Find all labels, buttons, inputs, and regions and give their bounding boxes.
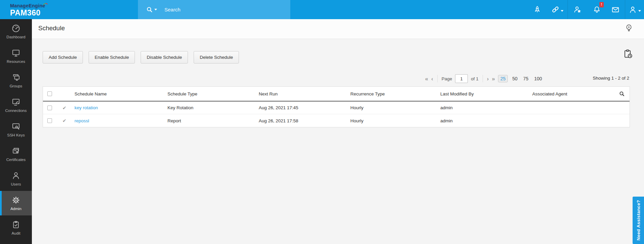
notification-badge: ! (599, 2, 604, 7)
need-assistance-label: Need Assistance? (636, 200, 641, 241)
rocket-icon[interactable] (528, 0, 547, 19)
enabled-check-icon: ✔ (58, 105, 73, 111)
monitor-icon (11, 48, 20, 57)
next-run-cell: Aug 26, 2021 17:45 (257, 105, 349, 110)
sidebar-item-label: Groups (10, 84, 22, 88)
sidebar-item-label: Users (11, 182, 21, 186)
pager-separator (437, 75, 438, 82)
next-page-button[interactable]: › (487, 76, 489, 82)
prev-page-button[interactable]: ‹ (431, 76, 433, 82)
page-number-input[interactable] (455, 74, 468, 83)
gauge-icon (11, 24, 20, 33)
recurrence-type-cell: Hourly (349, 105, 439, 110)
disable-schedule-button[interactable]: Disable Schedule (141, 51, 188, 64)
sidebar-item-label: Certificates (6, 158, 26, 162)
search-caret-icon (154, 9, 157, 10)
sidebar-item-label: Dashboard (6, 35, 25, 39)
schedule-name-link[interactable]: key rotation (75, 105, 98, 110)
sidebar-item-label: Admin (10, 207, 21, 211)
table-search-icon[interactable] (619, 91, 630, 97)
topbar-actions: ! (528, 0, 644, 19)
sidebar-item-label: Connections (5, 109, 27, 113)
pagination-row: « ‹ Page of 1 › » 25 50 75 100 Showing 1… (43, 74, 630, 84)
monitors-icon (11, 73, 20, 82)
user-star-icon[interactable] (568, 0, 587, 19)
page-label: Page (442, 76, 452, 81)
topbar: ManageEngine PAM360 (0, 0, 644, 19)
page-size-50[interactable]: 50 (511, 75, 519, 82)
page-of-label: of 1 (471, 76, 479, 81)
sidebar-item-label: SSH Keys (7, 133, 24, 137)
link-caret-icon (561, 10, 563, 12)
help-bulb-icon[interactable] (625, 24, 633, 34)
certificate-cards-icon (11, 147, 20, 156)
search-input[interactable] (164, 7, 275, 12)
sidebar-item-groups[interactable]: Groups (0, 68, 32, 93)
table-header-row: Schedule Name Schedule Type Next Run Rec… (43, 87, 630, 101)
column-schedule-type: Schedule Type (166, 91, 257, 96)
last-modified-by-cell: admin (439, 105, 531, 110)
row-checkbox[interactable] (47, 106, 52, 110)
next-run-cell: Aug 26, 2021 17:58 (257, 118, 349, 123)
showing-count: Showing 1 - 2 of 2 (593, 76, 629, 81)
column-recurrence-type: Recurrence Type (349, 91, 439, 96)
sidebar-nav: Dashboard Resources Groups Connections (0, 19, 32, 244)
first-page-button[interactable]: « (425, 76, 428, 82)
brand-swoosh-icon (43, 1, 48, 7)
add-schedule-button[interactable]: Add Schedule (43, 51, 83, 64)
recurrence-type-cell: Hourly (349, 118, 439, 123)
column-schedule-name: Schedule Name (73, 91, 166, 96)
schedule-table: Schedule Name Schedule Type Next Run Rec… (43, 86, 630, 127)
select-all-checkbox[interactable] (47, 91, 52, 96)
pager-separator (483, 75, 483, 82)
account-caret-icon (638, 10, 641, 12)
pager: « ‹ Page of 1 › » 25 50 75 100 (425, 74, 543, 84)
sidebar-item-connections[interactable]: Connections (0, 93, 32, 117)
last-modified-by-cell: admin (439, 118, 531, 123)
table-row: ✔ key rotation Key Rotation Aug 26, 2021… (43, 101, 630, 114)
schedule-name-link[interactable]: repossl (75, 118, 89, 123)
last-page-button[interactable]: » (492, 76, 495, 82)
sidebar-item-ssh-keys[interactable]: SSH Keys (0, 117, 32, 142)
page-title: Schedule (38, 25, 65, 32)
sidebar-item-admin[interactable]: Admin (0, 191, 32, 215)
column-next-run: Next Run (257, 91, 349, 96)
brand-logo[interactable]: ManageEngine PAM360 (10, 3, 45, 17)
schedule-report-icon[interactable] (623, 49, 633, 60)
sidebar-item-certificates[interactable]: Certificates (0, 142, 32, 166)
monitor-key-icon (11, 122, 20, 131)
sidebar-item-dashboard[interactable]: Dashboard (0, 19, 32, 44)
column-associated-agent: Associated Agent (531, 91, 610, 96)
page-header: Schedule (32, 19, 644, 39)
sidebar-item-audit[interactable]: Audit (0, 215, 32, 240)
column-last-modified-by: Last Modified By (439, 91, 531, 96)
table-row: ✔ repossl Report Aug 26, 2021 17:58 Hour… (43, 114, 630, 127)
schedule-toolbar: Add Schedule Enable Schedule Disable Sch… (43, 51, 239, 64)
brand-company: ManageEngine (10, 3, 45, 8)
sidebar-item-resources[interactable]: Resources (0, 44, 32, 68)
delete-schedule-button[interactable]: Delete Schedule (194, 51, 239, 64)
sidebar-item-label: Audit (11, 231, 20, 235)
account-user-icon[interactable] (625, 0, 644, 19)
sidebar-item-users[interactable]: Users (0, 166, 32, 191)
notifications-bell-icon[interactable]: ! (587, 0, 606, 19)
need-assistance-tab[interactable]: Need Assistance? (633, 197, 644, 244)
monitor-dish-icon (11, 97, 20, 107)
global-search-bar (138, 0, 290, 19)
link-icon[interactable] (547, 0, 567, 19)
enabled-check-icon: ✔ (58, 118, 73, 123)
gear-icon (11, 196, 20, 205)
clipboard-check-icon (11, 220, 20, 229)
mail-icon[interactable] (606, 0, 625, 19)
person-icon (11, 171, 20, 180)
page-size-75[interactable]: 75 (522, 75, 530, 82)
schedule-type-cell: Key Rotation (166, 105, 257, 110)
schedule-type-cell: Report (166, 118, 257, 123)
enable-schedule-button[interactable]: Enable Schedule (89, 51, 135, 64)
page-size-25[interactable]: 25 (498, 75, 508, 82)
page-size-100[interactable]: 100 (533, 75, 543, 82)
sidebar-item-label: Resources (7, 59, 25, 64)
row-checkbox[interactable] (47, 118, 52, 123)
search-scope-icon[interactable] (146, 6, 157, 13)
brand-product: PAM360 (10, 9, 45, 17)
